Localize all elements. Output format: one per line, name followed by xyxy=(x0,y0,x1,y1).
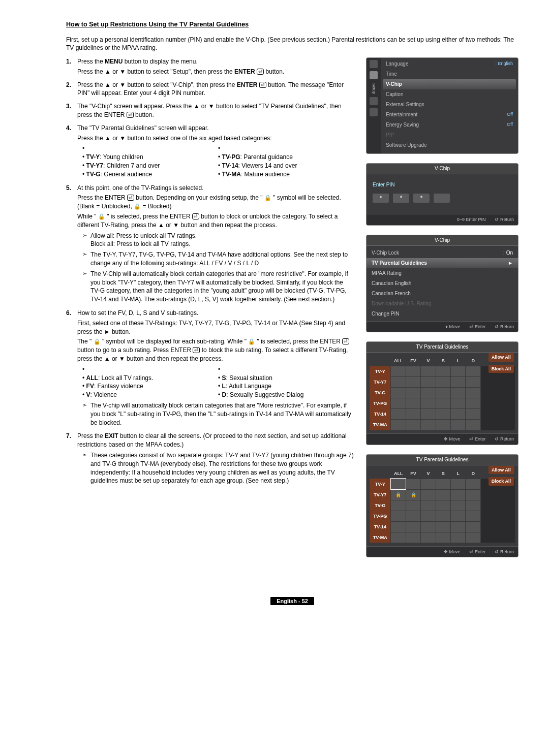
pg-cell[interactable] xyxy=(436,398,450,409)
pg-cell[interactable] xyxy=(466,479,480,489)
pg-cell[interactable] xyxy=(436,532,450,543)
vchip-row[interactable]: TV Parental Guidelines► xyxy=(367,258,518,268)
pg-cell[interactable] xyxy=(451,511,466,521)
pg-cell[interactable] xyxy=(436,388,450,398)
pg-cell[interactable] xyxy=(421,377,436,388)
pg-cell[interactable] xyxy=(391,377,406,388)
pg-cell[interactable] xyxy=(421,398,436,409)
pg-cell[interactable] xyxy=(451,388,466,398)
setup-row[interactable]: Time xyxy=(383,69,516,79)
pg-cell[interactable] xyxy=(421,511,436,521)
pg-cell[interactable] xyxy=(421,521,436,532)
pg-cell[interactable] xyxy=(436,511,450,521)
pg-cell[interactable] xyxy=(466,420,480,430)
setup-row[interactable]: Entertainment: Off xyxy=(383,110,516,120)
block-all-button[interactable]: Block All xyxy=(489,365,514,373)
step-number: 5. xyxy=(66,184,77,193)
allow-all-button[interactable]: Allow All xyxy=(489,466,514,475)
vchip-row[interactable]: MPAA Rating xyxy=(367,268,518,278)
block-all-button[interactable]: Block All xyxy=(489,477,514,486)
pg-cell[interactable] xyxy=(466,489,480,500)
pg-cell[interactable] xyxy=(436,377,450,388)
pg-cell[interactable] xyxy=(421,500,436,511)
pg-cell[interactable] xyxy=(391,479,406,489)
pg-cell[interactable] xyxy=(466,366,480,377)
pg-cell[interactable] xyxy=(466,532,480,543)
pg-cell[interactable] xyxy=(391,366,406,377)
pg-cell[interactable] xyxy=(421,479,436,489)
pg-cell[interactable] xyxy=(406,420,420,430)
vchip-row[interactable]: Canadian French xyxy=(367,289,518,299)
pg-cell[interactable] xyxy=(406,479,420,489)
pg-cell[interactable] xyxy=(406,511,420,521)
setup-row[interactable]: External Settings xyxy=(383,100,516,110)
pg-cell[interactable] xyxy=(451,521,466,532)
pg-cell[interactable] xyxy=(391,398,406,409)
pg-cell[interactable] xyxy=(436,420,450,430)
pg-cell[interactable] xyxy=(421,420,436,430)
pg-cell[interactable] xyxy=(421,366,436,377)
pg-cell[interactable] xyxy=(451,398,466,409)
pg-cell[interactable] xyxy=(436,366,450,377)
pin-box[interactable]: * xyxy=(393,194,409,203)
pg-cell[interactable] xyxy=(466,500,480,511)
pg-cell[interactable] xyxy=(466,521,480,532)
pg-cell[interactable] xyxy=(421,489,436,500)
vchip-row[interactable]: V-Chip Lock: On xyxy=(367,248,518,258)
pg-cell[interactable] xyxy=(391,388,406,398)
pg-cell[interactable] xyxy=(391,532,406,543)
pg-cell[interactable] xyxy=(391,511,406,521)
pin-box[interactable]: * xyxy=(413,194,430,203)
pg-cell[interactable] xyxy=(406,398,420,409)
pg-cell[interactable] xyxy=(421,388,436,398)
setup-row[interactable]: Energy Saving: Off xyxy=(383,120,516,130)
pg-cell[interactable] xyxy=(466,388,480,398)
pg-cell[interactable] xyxy=(391,489,406,500)
step-number: 3. xyxy=(66,102,77,111)
pg-cell[interactable] xyxy=(466,398,480,409)
pg-cell[interactable] xyxy=(451,409,466,420)
instructions-column: 1. Press the MENU button to display the … xyxy=(66,57,354,490)
allow-all-button[interactable]: Allow All xyxy=(489,353,514,362)
pg-cell[interactable] xyxy=(406,532,420,543)
pg-cell[interactable] xyxy=(406,500,420,511)
pg-cell[interactable] xyxy=(436,409,450,420)
pg-cell[interactable] xyxy=(406,388,420,398)
vchip-row[interactable]: Canadian English xyxy=(367,278,518,289)
pg-cell[interactable] xyxy=(451,479,466,489)
pg-cell[interactable] xyxy=(391,420,406,430)
pg-cell[interactable] xyxy=(391,521,406,532)
setup-row[interactable]: Language: English xyxy=(383,59,516,69)
pg-cell[interactable] xyxy=(391,409,406,420)
pg-cell[interactable] xyxy=(406,409,420,420)
pg-cell[interactable] xyxy=(436,479,450,489)
pin-box[interactable] xyxy=(434,194,450,203)
setup-row[interactable]: Caption xyxy=(383,89,516,100)
pg-cell[interactable] xyxy=(466,409,480,420)
step6-line2: First, select one of these TV-Ratings: T… xyxy=(77,319,354,336)
pg-cell[interactable] xyxy=(406,521,420,532)
setup-row[interactable]: PIP xyxy=(383,130,516,140)
pg-cell[interactable] xyxy=(451,532,466,543)
pg-cell[interactable] xyxy=(451,366,466,377)
pg-cell[interactable] xyxy=(451,377,466,388)
pg-cell[interactable] xyxy=(436,521,450,532)
pg-cell[interactable] xyxy=(406,366,420,377)
pg-cell[interactable] xyxy=(421,532,436,543)
vchip-row[interactable]: Change PIN xyxy=(367,309,518,319)
pg-cell[interactable] xyxy=(421,409,436,420)
pg-cell[interactable] xyxy=(451,500,466,511)
pg-cell[interactable] xyxy=(391,500,406,511)
pg-cell[interactable] xyxy=(436,489,450,500)
pg-cell[interactable] xyxy=(436,500,450,511)
setup-row[interactable]: V-Chip xyxy=(383,79,516,89)
pg-cell[interactable] xyxy=(466,377,480,388)
pg-cell[interactable] xyxy=(451,489,466,500)
pg-cell[interactable] xyxy=(406,377,420,388)
pin-box[interactable]: * xyxy=(373,194,389,203)
pg-cell[interactable] xyxy=(406,489,420,500)
pg-cell[interactable] xyxy=(451,420,466,430)
setup-row[interactable]: Software Upgrade xyxy=(383,140,516,150)
pg-cell[interactable] xyxy=(466,511,480,521)
vchip-row[interactable]: Downloadable U.S. Rating xyxy=(367,299,518,309)
